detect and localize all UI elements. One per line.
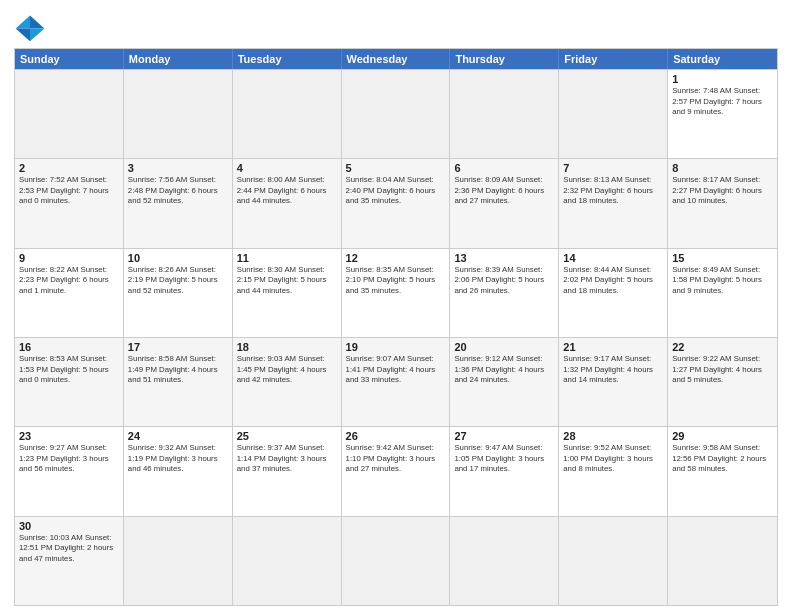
day-number: 12: [346, 252, 446, 264]
calendar-cell: 12Sunrise: 8:35 AM Sunset: 2:10 PM Dayli…: [342, 249, 451, 337]
calendar-cell: 19Sunrise: 9:07 AM Sunset: 1:41 PM Dayli…: [342, 338, 451, 426]
day-number: 2: [19, 162, 119, 174]
day-number: 3: [128, 162, 228, 174]
calendar-cell: [124, 517, 233, 605]
calendar-cell: 18Sunrise: 9:03 AM Sunset: 1:45 PM Dayli…: [233, 338, 342, 426]
day-info: Sunrise: 10:03 AM Sunset: 12:51 PM Dayli…: [19, 533, 119, 565]
day-info: Sunrise: 8:26 AM Sunset: 2:19 PM Dayligh…: [128, 265, 228, 297]
calendar-cell: [668, 517, 777, 605]
day-info: Sunrise: 8:00 AM Sunset: 2:44 PM Dayligh…: [237, 175, 337, 207]
day-number: 15: [672, 252, 773, 264]
day-info: Sunrise: 9:27 AM Sunset: 1:23 PM Dayligh…: [19, 443, 119, 475]
day-number: 8: [672, 162, 773, 174]
header-saturday: Saturday: [668, 49, 777, 69]
day-info: Sunrise: 7:52 AM Sunset: 2:53 PM Dayligh…: [19, 175, 119, 207]
day-info: Sunrise: 8:35 AM Sunset: 2:10 PM Dayligh…: [346, 265, 446, 297]
calendar-cell: 23Sunrise: 9:27 AM Sunset: 1:23 PM Dayli…: [15, 427, 124, 515]
calendar-cell: [559, 517, 668, 605]
calendar-cell: 2Sunrise: 7:52 AM Sunset: 2:53 PM Daylig…: [15, 159, 124, 247]
day-number: 1: [672, 73, 773, 85]
calendar-cell: 16Sunrise: 8:53 AM Sunset: 1:53 PM Dayli…: [15, 338, 124, 426]
day-number: 29: [672, 430, 773, 442]
calendar-cell: 24Sunrise: 9:32 AM Sunset: 1:19 PM Dayli…: [124, 427, 233, 515]
day-info: Sunrise: 9:47 AM Sunset: 1:05 PM Dayligh…: [454, 443, 554, 475]
day-info: Sunrise: 9:37 AM Sunset: 1:14 PM Dayligh…: [237, 443, 337, 475]
calendar-cell: 4Sunrise: 8:00 AM Sunset: 2:44 PM Daylig…: [233, 159, 342, 247]
calendar-row-3: 16Sunrise: 8:53 AM Sunset: 1:53 PM Dayli…: [15, 337, 777, 426]
calendar-row-2: 9Sunrise: 8:22 AM Sunset: 2:23 PM Daylig…: [15, 248, 777, 337]
calendar-cell: [342, 517, 451, 605]
calendar-cell: 8Sunrise: 8:17 AM Sunset: 2:27 PM Daylig…: [668, 159, 777, 247]
calendar-cell: 29Sunrise: 9:58 AM Sunset: 12:56 PM Dayl…: [668, 427, 777, 515]
calendar-cell: [559, 70, 668, 158]
day-number: 5: [346, 162, 446, 174]
day-info: Sunrise: 8:49 AM Sunset: 1:58 PM Dayligh…: [672, 265, 773, 297]
calendar-cell: 1Sunrise: 7:48 AM Sunset: 2:57 PM Daylig…: [668, 70, 777, 158]
day-info: Sunrise: 8:58 AM Sunset: 1:49 PM Dayligh…: [128, 354, 228, 386]
day-number: 18: [237, 341, 337, 353]
day-number: 11: [237, 252, 337, 264]
calendar-cell: [233, 517, 342, 605]
calendar-cell: 28Sunrise: 9:52 AM Sunset: 1:00 PM Dayli…: [559, 427, 668, 515]
day-info: Sunrise: 9:22 AM Sunset: 1:27 PM Dayligh…: [672, 354, 773, 386]
calendar-cell: 3Sunrise: 7:56 AM Sunset: 2:48 PM Daylig…: [124, 159, 233, 247]
day-number: 17: [128, 341, 228, 353]
logo-icon: [14, 14, 46, 42]
calendar-cell: 5Sunrise: 8:04 AM Sunset: 2:40 PM Daylig…: [342, 159, 451, 247]
calendar-header: Sunday Monday Tuesday Wednesday Thursday…: [15, 49, 777, 69]
header-sunday: Sunday: [15, 49, 124, 69]
svg-marker-1: [30, 28, 44, 41]
day-info: Sunrise: 8:09 AM Sunset: 2:36 PM Dayligh…: [454, 175, 554, 207]
calendar-cell: 14Sunrise: 8:44 AM Sunset: 2:02 PM Dayli…: [559, 249, 668, 337]
day-number: 23: [19, 430, 119, 442]
calendar-cell: 6Sunrise: 8:09 AM Sunset: 2:36 PM Daylig…: [450, 159, 559, 247]
calendar-cell: 11Sunrise: 8:30 AM Sunset: 2:15 PM Dayli…: [233, 249, 342, 337]
header-wednesday: Wednesday: [342, 49, 451, 69]
calendar-cell: 10Sunrise: 8:26 AM Sunset: 2:19 PM Dayli…: [124, 249, 233, 337]
calendar-cell: [450, 517, 559, 605]
calendar-row-4: 23Sunrise: 9:27 AM Sunset: 1:23 PM Dayli…: [15, 426, 777, 515]
day-number: 21: [563, 341, 663, 353]
day-number: 28: [563, 430, 663, 442]
day-info: Sunrise: 9:42 AM Sunset: 1:10 PM Dayligh…: [346, 443, 446, 475]
calendar-cell: 20Sunrise: 9:12 AM Sunset: 1:36 PM Dayli…: [450, 338, 559, 426]
day-number: 25: [237, 430, 337, 442]
day-info: Sunrise: 9:32 AM Sunset: 1:19 PM Dayligh…: [128, 443, 228, 475]
calendar-cell: 26Sunrise: 9:42 AM Sunset: 1:10 PM Dayli…: [342, 427, 451, 515]
calendar-cell: 9Sunrise: 8:22 AM Sunset: 2:23 PM Daylig…: [15, 249, 124, 337]
day-info: Sunrise: 8:22 AM Sunset: 2:23 PM Dayligh…: [19, 265, 119, 297]
svg-marker-2: [16, 16, 30, 29]
day-info: Sunrise: 8:44 AM Sunset: 2:02 PM Dayligh…: [563, 265, 663, 297]
calendar-cell: 17Sunrise: 8:58 AM Sunset: 1:49 PM Dayli…: [124, 338, 233, 426]
day-info: Sunrise: 9:12 AM Sunset: 1:36 PM Dayligh…: [454, 354, 554, 386]
calendar-cell: 7Sunrise: 8:13 AM Sunset: 2:32 PM Daylig…: [559, 159, 668, 247]
day-number: 20: [454, 341, 554, 353]
day-info: Sunrise: 8:39 AM Sunset: 2:06 PM Dayligh…: [454, 265, 554, 297]
day-number: 22: [672, 341, 773, 353]
calendar: Sunday Monday Tuesday Wednesday Thursday…: [14, 48, 778, 606]
calendar-cell: [342, 70, 451, 158]
svg-marker-3: [16, 28, 30, 41]
day-info: Sunrise: 7:56 AM Sunset: 2:48 PM Dayligh…: [128, 175, 228, 207]
calendar-cell: [124, 70, 233, 158]
day-number: 7: [563, 162, 663, 174]
day-info: Sunrise: 8:04 AM Sunset: 2:40 PM Dayligh…: [346, 175, 446, 207]
header: [14, 10, 778, 42]
day-info: Sunrise: 9:17 AM Sunset: 1:32 PM Dayligh…: [563, 354, 663, 386]
day-number: 9: [19, 252, 119, 264]
day-info: Sunrise: 8:30 AM Sunset: 2:15 PM Dayligh…: [237, 265, 337, 297]
day-info: Sunrise: 9:07 AM Sunset: 1:41 PM Dayligh…: [346, 354, 446, 386]
header-friday: Friday: [559, 49, 668, 69]
day-number: 10: [128, 252, 228, 264]
day-number: 16: [19, 341, 119, 353]
logo: [14, 14, 50, 42]
day-number: 30: [19, 520, 119, 532]
day-number: 19: [346, 341, 446, 353]
page: Sunday Monday Tuesday Wednesday Thursday…: [0, 0, 792, 612]
calendar-cell: 13Sunrise: 8:39 AM Sunset: 2:06 PM Dayli…: [450, 249, 559, 337]
day-info: Sunrise: 8:13 AM Sunset: 2:32 PM Dayligh…: [563, 175, 663, 207]
calendar-row-0: 1Sunrise: 7:48 AM Sunset: 2:57 PM Daylig…: [15, 69, 777, 158]
day-number: 13: [454, 252, 554, 264]
day-number: 6: [454, 162, 554, 174]
day-info: Sunrise: 7:48 AM Sunset: 2:57 PM Dayligh…: [672, 86, 773, 118]
